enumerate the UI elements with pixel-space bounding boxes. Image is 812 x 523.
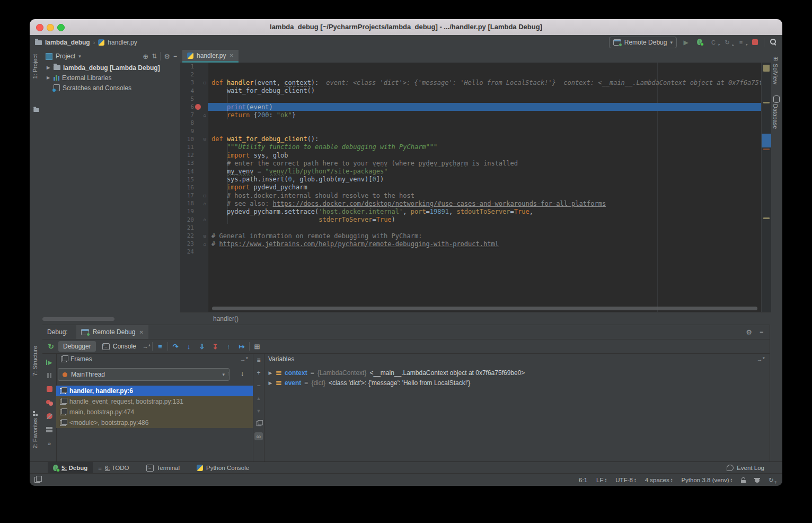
stripe-mark[interactable] [763, 102, 770, 103]
tool-window-button-debug[interactable]: 5: Debug [48, 462, 93, 474]
variable-row[interactable]: ▶context={LambdaContext}<__main__.Lambda… [263, 368, 770, 378]
tool-window-button-python-console[interactable]: Python Console [191, 462, 254, 474]
close-icon[interactable]: ✕ [139, 329, 143, 335]
fold-marker-icon[interactable]: ⌂ [202, 217, 208, 222]
code-editor[interactable]: 123⊟def handler(event, context):event: <… [180, 63, 771, 312]
run-configurations-button[interactable]: ≡▸ [736, 39, 746, 46]
code-text[interactable]: import pydevd_pycharm [208, 184, 762, 191]
pin-icon[interactable]: →* [757, 356, 765, 362]
fold-marker-icon[interactable]: ⊟ [202, 233, 208, 239]
pin-icon[interactable]: →* [240, 356, 248, 362]
restore-layout-icon[interactable] [46, 427, 52, 432]
code-text[interactable]: def wait_for_debug_client(): [208, 135, 762, 143]
frame-row[interactable]: <module>, bootstrap.py:486 [56, 417, 253, 428]
breakpoint-gutter[interactable] [194, 104, 202, 110]
breakpoint-dot[interactable] [195, 104, 201, 110]
gear-icon[interactable]: ⚙ [746, 328, 752, 336]
inspection-indicator[interactable] [763, 65, 770, 72]
layout-settings-icon[interactable]: ≡ [254, 356, 263, 364]
tab-debugger[interactable]: Debugger [58, 341, 96, 352]
expand-arrow-icon[interactable]: ▶ [268, 370, 273, 376]
code-text[interactable]: def handler(event, context):event: <clas… [208, 79, 762, 86]
code-text[interactable] [208, 95, 762, 103]
debug-button[interactable] [695, 39, 704, 47]
code-text[interactable]: print(event) [208, 103, 762, 111]
hide-panel-icon[interactable]: − [173, 53, 177, 60]
interpreter-select[interactable]: Python 3.8 (venv)▴▾ [681, 477, 732, 483]
stripe-mark[interactable] [763, 149, 770, 150]
close-window-button[interactable] [36, 24, 43, 31]
code-text[interactable]: return {200: "ok"} [208, 111, 762, 119]
project-panel-title[interactable]: Project [56, 53, 75, 60]
fold-marker-icon[interactable]: ⌂ [202, 241, 208, 247]
project-tree-item[interactable]: ▶External Libraries [42, 73, 180, 83]
project-tree-item[interactable]: ▶lambda_debug [Lambda Debug] [42, 63, 180, 73]
sync-icon[interactable]: ↻? [769, 476, 774, 484]
close-icon[interactable]: ✕ [229, 53, 233, 58]
code-text[interactable] [208, 127, 762, 135]
error-stripe[interactable] [761, 63, 771, 312]
more-icon[interactable]: » [48, 440, 51, 447]
chevron-down-icon[interactable]: ▾ [78, 54, 81, 59]
editor-tab-handler[interactable]: handler.py ✕ [182, 50, 239, 63]
debug-session-tab[interactable]: Remote Debug ✕ [76, 325, 148, 339]
code-text[interactable]: sys.path.insert(0, glob.glob(my_venv)[0]… [208, 176, 762, 184]
code-text[interactable]: # host.docker.internal should resolve to… [208, 191, 762, 199]
force-step-into-icon[interactable]: ↧ [209, 343, 221, 351]
move-up-icon[interactable]: ▲ [254, 394, 263, 402]
fold-marker-icon[interactable]: ⊟ [202, 136, 208, 142]
stripe-mark-exec[interactable] [762, 134, 771, 147]
inspections-profile-icon[interactable] [755, 478, 760, 483]
collapse-all-icon[interactable]: ⇅ [152, 53, 157, 60]
locate-file-icon[interactable]: ⊕ [143, 53, 148, 60]
event-log-button[interactable]: Event Log [727, 465, 764, 471]
code-text[interactable] [208, 224, 762, 232]
tool-window-button-terminal[interactable]: Terminal [141, 462, 185, 474]
pin-icon[interactable]: →* [143, 343, 151, 350]
variable-row[interactable]: ▶event={dict}<class 'dict'>: {'message':… [263, 378, 770, 388]
thread-select[interactable]: MainThread ▾ [58, 368, 230, 381]
tab-console[interactable]: Console [98, 341, 141, 352]
fold-marker-icon[interactable]: ⊟ [202, 80, 208, 85]
lock-icon[interactable] [741, 480, 746, 483]
add-watch-icon[interactable]: + [254, 369, 263, 377]
code-text[interactable]: """Utility function to enable debugging … [208, 143, 762, 151]
zoom-window-button[interactable] [57, 24, 65, 31]
code-text[interactable] [208, 248, 762, 256]
tool-window-toggle-icon[interactable] [34, 477, 40, 484]
run-configuration-select[interactable]: Remote Debug ▾ [609, 37, 677, 48]
expand-arrow-icon[interactable]: ▶ [46, 75, 51, 80]
copy-icon[interactable] [254, 420, 263, 428]
frame-row[interactable]: handler, handler.py:6 [56, 386, 253, 396]
code-text[interactable]: my_venv = "venv/lib/python*/site-package… [208, 167, 762, 175]
breadcrumb-project[interactable]: lambda_debug [45, 39, 90, 46]
tool-window-button-project[interactable]: 1: Project [32, 54, 38, 79]
stripe-mark[interactable] [763, 217, 770, 219]
code-text[interactable]: wait_for_debug_client() [208, 87, 762, 95]
editor-horizontal-scrollbar[interactable] [212, 307, 757, 310]
fold-marker-icon[interactable]: ⌂ [202, 201, 208, 206]
rerun-icon[interactable]: ↻ [45, 342, 57, 351]
expand-arrow-icon[interactable]: ▶ [268, 380, 273, 386]
show-execution-point-icon[interactable]: ≡ [154, 343, 166, 351]
previous-frame-icon[interactable]: ↑ [227, 369, 231, 377]
code-text[interactable] [208, 119, 762, 127]
project-tree-item[interactable]: Scratches and Consoles [42, 83, 180, 93]
frame-row[interactable]: main, bootstrap.py:474 [56, 407, 253, 417]
pause-icon[interactable] [47, 373, 51, 378]
encoding-select[interactable]: UTF-8▴▾ [615, 477, 636, 483]
minimize-window-button[interactable] [47, 24, 54, 31]
code-text[interactable]: stderrToServer=True) [208, 216, 762, 224]
code-text[interactable]: import sys, glob [208, 151, 762, 159]
fold-marker-icon[interactable]: ⊟ [202, 193, 208, 198]
tool-window-button-favorites[interactable]: 2: Favorites [32, 418, 38, 448]
line-separator-select[interactable]: LF▴▾ [596, 477, 606, 483]
run-button[interactable]: ▶ [681, 39, 691, 46]
project-scrollbar[interactable] [42, 317, 114, 321]
next-frame-icon[interactable]: ↓ [241, 369, 244, 377]
stop-button[interactable] [750, 39, 760, 47]
code-text[interactable] [208, 71, 762, 79]
expand-arrow-icon[interactable]: ▶ [46, 65, 51, 70]
view-breakpoints-icon[interactable] [46, 400, 52, 405]
code-text[interactable]: # see also: https://docs.docker.com/desk… [208, 199, 762, 207]
